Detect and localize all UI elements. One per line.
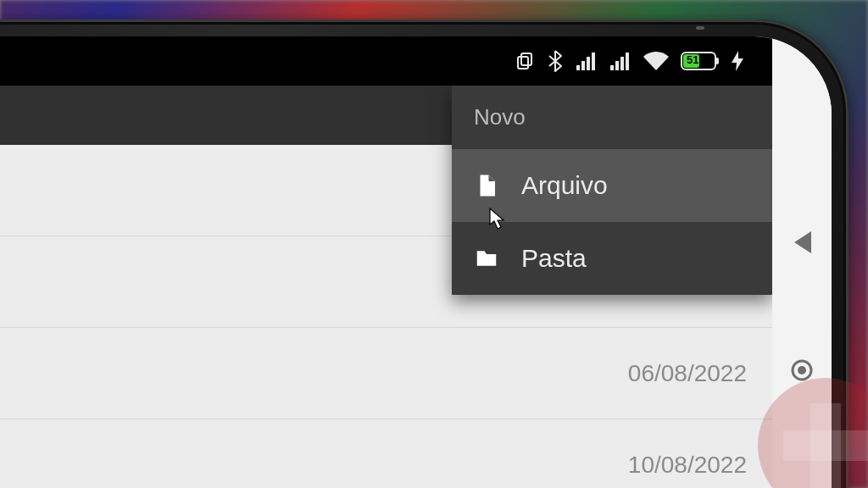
copy-stack-icon <box>515 51 535 71</box>
svg-rect-5 <box>592 53 595 70</box>
svg-rect-3 <box>581 61 585 70</box>
popup-item-folder[interactable]: Pasta <box>452 222 772 295</box>
popup-title: Novo <box>452 86 772 149</box>
popup-item-label: Arquivo <box>521 171 608 200</box>
phone-notch <box>696 26 704 30</box>
svg-rect-0 <box>521 53 531 65</box>
folder-icon <box>474 246 499 271</box>
file-icon <box>474 173 499 198</box>
svg-rect-9 <box>626 53 629 70</box>
file-date: 06/08/2022 <box>628 360 747 387</box>
cell-signal-2-icon <box>609 52 632 70</box>
phone-frame: 51 y VII <box>0 19 849 488</box>
popup-item-label: Pasta <box>521 244 587 273</box>
android-status-bar: 51 <box>0 36 772 86</box>
cell-signal-1-icon <box>576 52 598 70</box>
svg-rect-4 <box>587 57 590 70</box>
svg-rect-2 <box>576 65 580 70</box>
file-row[interactable]: 06/08/2022 <box>0 328 772 419</box>
file-row[interactable]: 10/08/2022 <box>0 419 772 488</box>
svg-rect-11 <box>715 58 719 64</box>
svg-rect-6 <box>610 65 614 70</box>
bluetooth-icon <box>547 50 564 72</box>
wifi-icon <box>643 52 669 70</box>
phone-screen: 51 y VII <box>0 36 832 488</box>
battery-percent-label: 51 <box>687 53 698 66</box>
new-item-popup: Novo Arquivo <box>452 86 772 295</box>
app-content: 51 y VII <box>0 36 772 488</box>
svg-rect-7 <box>615 61 619 70</box>
battery-icon: 51 <box>681 52 720 70</box>
svg-rect-8 <box>620 57 624 70</box>
nav-back-icon[interactable] <box>793 231 811 257</box>
file-date: 10/08/2022 <box>628 452 747 479</box>
charging-icon <box>732 51 743 71</box>
popup-item-file[interactable]: Arquivo <box>452 149 772 222</box>
svg-point-14 <box>798 366 806 374</box>
svg-rect-1 <box>518 57 528 69</box>
